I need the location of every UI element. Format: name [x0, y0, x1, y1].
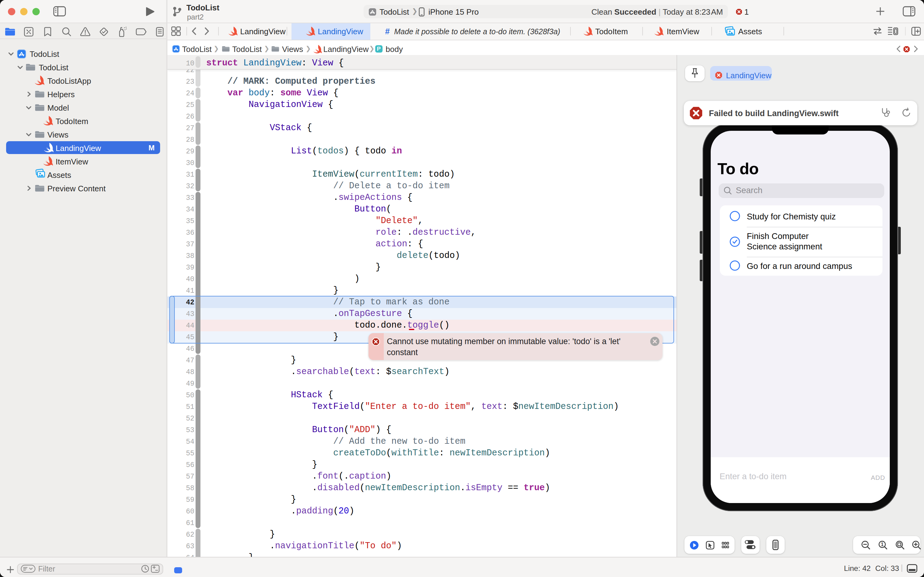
svg-text:1: 1: [881, 542, 884, 547]
